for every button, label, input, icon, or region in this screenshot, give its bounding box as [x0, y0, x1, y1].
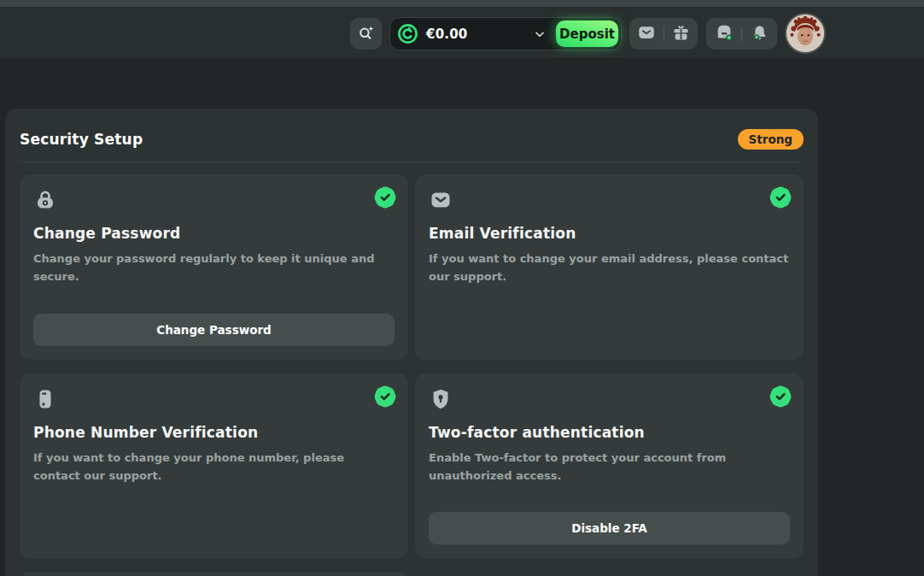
security-setup-panel: Security Setup Strong [5, 109, 818, 576]
top-navigation-bar: €0.00 Deposit [0, 7, 924, 58]
card-partial [20, 572, 408, 576]
change-password-button[interactable]: Change Password [33, 314, 395, 346]
card-title: Two-factor authentication [429, 424, 790, 441]
deposit-button[interactable]: Deposit [556, 21, 618, 47]
card-phone-verification: Phone Number Verification If you want to… [20, 373, 408, 558]
search-icon [357, 24, 375, 44]
card-title: Phone Number Verification [33, 424, 395, 441]
envelope-icon [429, 188, 453, 212]
verified-check-badge [771, 387, 790, 406]
top-strip [0, 0, 924, 7]
bell-icon [751, 24, 769, 44]
chevron-down-icon [534, 28, 546, 40]
balance-amount: €0.00 [426, 26, 467, 42]
card-two-factor: Two-factor authentication Enable Two-fac… [415, 373, 804, 558]
chat-button[interactable] [706, 18, 741, 50]
verified-check-badge [376, 387, 395, 406]
wallet-balance-selector[interactable]: €0.00 Deposit [389, 17, 622, 50]
chat-icon [715, 23, 734, 44]
verified-check-badge [376, 188, 395, 207]
card-change-password: Change Password Change your password reg… [20, 174, 408, 360]
card-email-verification: Email Verification If you want to change… [415, 174, 804, 360]
verified-check-badge [771, 188, 790, 207]
card-description: If you want to change your phone number,… [33, 450, 395, 485]
coin-currency-icon [397, 23, 418, 44]
chat-bell-group [706, 18, 777, 50]
disable-2fa-button[interactable]: Disable 2FA [429, 512, 790, 544]
phone-icon [33, 387, 57, 411]
card-description: If you want to change your email address… [429, 250, 790, 286]
gift-button[interactable] [664, 18, 699, 50]
card-description: Change your password regularly to keep i… [33, 250, 395, 286]
card-description: Enable Two-factor to protect your accoun… [429, 450, 790, 485]
page-title: Security Setup [20, 131, 143, 148]
card-title: Change Password [33, 225, 395, 242]
card-title: Email Verification [429, 225, 790, 242]
mail-icon [637, 23, 656, 44]
mail-gift-group [629, 18, 698, 50]
mail-button[interactable] [629, 18, 664, 50]
notifications-button[interactable] [742, 18, 777, 50]
avatar[interactable] [785, 13, 826, 54]
password-strength-badge: Strong [738, 129, 804, 150]
search-button[interactable] [350, 18, 382, 50]
security-cards-grid: Change Password Change your password reg… [20, 174, 804, 576]
gift-icon [672, 24, 690, 44]
shield-keyhole-icon [429, 387, 453, 411]
divider [20, 162, 804, 162]
lock-icon [33, 188, 57, 212]
